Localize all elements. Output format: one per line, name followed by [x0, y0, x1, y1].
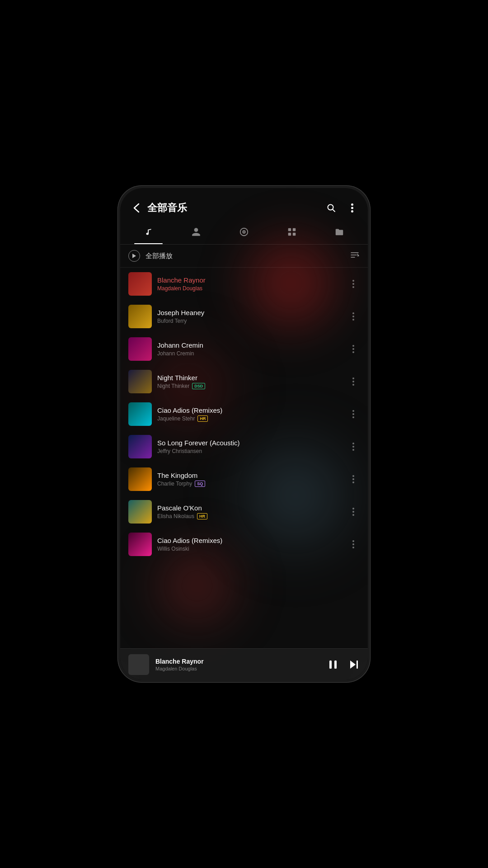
song-more-button[interactable]	[347, 375, 360, 388]
song-info: Blanche Raynor Magdalen Douglas	[152, 276, 347, 292]
svg-point-17	[352, 312, 354, 314]
song-more-button[interactable]	[347, 538, 360, 551]
quality-badge: DSD	[192, 383, 205, 389]
list-item[interactable]: So Long Forever (Acoustic) Jeffry Christ…	[120, 430, 368, 463]
song-more-button[interactable]	[347, 343, 360, 355]
tab-playlists[interactable]	[268, 223, 316, 244]
svg-point-2	[351, 207, 353, 209]
song-more-button[interactable]	[347, 278, 360, 290]
svg-point-19	[352, 319, 354, 321]
song-title: So Long Forever (Acoustic)	[157, 439, 342, 447]
svg-point-32	[352, 475, 354, 477]
song-info: Ciao Adios (Remixes) Willis Osinski	[152, 537, 347, 552]
song-cover	[128, 305, 152, 328]
song-cover	[128, 337, 152, 361]
svg-point-36	[352, 511, 354, 513]
svg-point-38	[352, 540, 354, 542]
list-item[interactable]: Pascale O'Kon Elisha Nikolaus HR	[120, 495, 368, 528]
svg-point-3	[351, 210, 353, 212]
song-cover	[128, 402, 152, 426]
svg-rect-8	[292, 228, 295, 231]
tab-albums[interactable]	[220, 223, 268, 244]
song-more-button[interactable]	[347, 310, 360, 323]
play-all-bar: 全部播放	[120, 245, 368, 268]
tab-folders[interactable]	[315, 223, 363, 244]
song-cover	[128, 467, 152, 491]
song-artist: Jaqueline Stehr HR	[157, 415, 342, 422]
svg-point-15	[352, 283, 354, 285]
cover-art	[128, 402, 152, 426]
play-all-button[interactable]	[128, 250, 140, 262]
tab-artists[interactable]	[173, 223, 221, 244]
song-artist: Charlie Torphy SQ	[157, 481, 342, 487]
tab-songs[interactable]	[125, 223, 173, 244]
svg-point-1	[351, 203, 353, 206]
quality-badge: HR	[197, 415, 208, 422]
sort-button[interactable]	[350, 251, 360, 261]
songs-icon	[144, 227, 154, 240]
song-list: Blanche Raynor Magdalen Douglas Joseph H…	[120, 268, 368, 648]
header-actions	[324, 201, 359, 215]
play-all-label: 全部播放	[140, 252, 350, 260]
svg-point-26	[352, 410, 354, 412]
song-info: Pascale O'Kon Elisha Nikolaus HR	[152, 504, 347, 519]
svg-point-22	[352, 351, 354, 353]
list-item[interactable]: Joseph Heaney Buford Terry	[120, 300, 368, 333]
now-playing-cover	[128, 654, 149, 675]
song-title: Ciao Adios (Remixes)	[157, 406, 342, 414]
playlists-icon	[287, 227, 297, 240]
svg-point-14	[352, 280, 354, 282]
now-playing-info: Blanche Raynor Magdalen Douglas	[149, 658, 327, 671]
artists-icon	[191, 227, 201, 240]
svg-point-6	[244, 231, 244, 232]
list-item[interactable]: The Kingdom Charlie Torphy SQ	[120, 463, 368, 495]
song-more-button[interactable]	[347, 408, 360, 420]
song-info: Johann Cremin Johann Cremin	[152, 341, 347, 357]
song-more-button[interactable]	[347, 473, 360, 486]
cover-art	[128, 272, 152, 296]
svg-point-29	[352, 443, 354, 444]
song-cover	[128, 533, 152, 556]
song-artist: Elisha Nikolaus HR	[157, 513, 342, 519]
skip-next-button[interactable]	[348, 659, 360, 670]
now-playing-bar[interactable]: Blanche Raynor Magdalen Douglas	[120, 648, 368, 680]
cover-art	[128, 467, 152, 491]
more-button[interactable]	[345, 201, 359, 215]
now-playing-title: Blanche Raynor	[155, 658, 321, 665]
list-item[interactable]: Ciao Adios (Remixes) Jaqueline Stehr HR	[120, 398, 368, 430]
list-item[interactable]: Blanche Raynor Magdalen Douglas	[120, 268, 368, 300]
cover-art	[128, 435, 152, 458]
svg-rect-42	[334, 660, 337, 669]
song-title: Blanche Raynor	[157, 276, 342, 284]
cover-art	[128, 370, 152, 393]
search-button[interactable]	[324, 201, 338, 215]
song-artist: Willis Osinski	[157, 546, 342, 552]
back-button[interactable]	[129, 201, 144, 215]
song-title: Johann Cremin	[157, 341, 342, 349]
song-info: So Long Forever (Acoustic) Jeffry Christ…	[152, 439, 347, 454]
song-info: Joseph Heaney Buford Terry	[152, 309, 347, 324]
song-title: Night Thinker	[157, 374, 342, 382]
song-artist: Johann Cremin	[157, 350, 342, 357]
cover-art	[128, 337, 152, 361]
svg-rect-10	[292, 233, 295, 236]
nav-tabs	[120, 222, 368, 245]
svg-point-28	[352, 416, 354, 418]
svg-point-33	[352, 478, 354, 480]
svg-point-34	[352, 481, 354, 483]
svg-point-40	[352, 547, 354, 548]
song-info: Night Thinker Night Thinker DSD	[152, 374, 347, 389]
cover-art	[128, 533, 152, 556]
list-item[interactable]: Johann Cremin Johann Cremin	[120, 333, 368, 365]
list-item[interactable]: Ciao Adios (Remixes) Willis Osinski	[120, 528, 368, 561]
song-more-button[interactable]	[347, 440, 360, 453]
svg-point-27	[352, 413, 354, 415]
song-more-button[interactable]	[347, 505, 360, 518]
svg-rect-7	[288, 228, 291, 231]
pause-button[interactable]	[327, 659, 339, 670]
svg-rect-43	[357, 660, 358, 669]
albums-icon	[239, 227, 249, 240]
list-item[interactable]: Night Thinker Night Thinker DSD	[120, 365, 368, 398]
svg-point-18	[352, 316, 354, 317]
song-title: The Kingdom	[157, 472, 342, 479]
